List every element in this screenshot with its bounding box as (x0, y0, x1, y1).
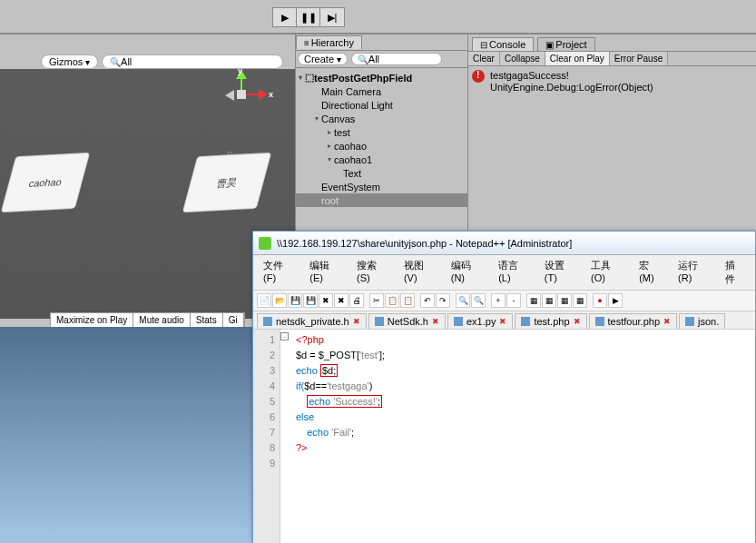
tool-icon[interactable]: ▦ (557, 293, 572, 308)
clear-button[interactable]: Clear (468, 52, 500, 65)
toolbar: 📄 📂 💾 💾 ✖ ✖ 🖨 ✂ 📋 📋 ↶ ↷ 🔍 🔍 + - ▦ ▦ ▦ ▦ … (253, 291, 755, 311)
error-icon (472, 70, 485, 83)
app-icon (259, 237, 271, 250)
file-tab[interactable]: ex1.py✖ (447, 313, 513, 329)
record-icon[interactable]: ● (593, 293, 607, 308)
menu-encoding[interactable]: 编码(N) (445, 257, 490, 288)
mute-toggle[interactable]: Mute audio (133, 313, 190, 327)
collapse-toggle[interactable]: Collapse (500, 52, 545, 65)
hierarchy-search[interactable]: 🔍All (351, 53, 442, 65)
console-message[interactable]: testgagaSuccess!UnityEngine.Debug:LogErr… (468, 66, 756, 97)
project-tab[interactable]: ▣ Project (537, 37, 594, 51)
hierarchy-item[interactable]: Text (296, 166, 467, 180)
create-dropdown[interactable]: Create ▾ (298, 53, 348, 65)
hierarchy-item[interactable]: Main Camera (296, 84, 467, 98)
scene-search[interactable]: 🔍All (102, 54, 283, 69)
saveall-icon[interactable]: 💾 (303, 293, 318, 308)
menu-macro[interactable]: 宏(M) (633, 257, 670, 288)
notepadpp-window: \\192.168.199.127\share\unityjson.php - … (252, 231, 756, 543)
find-icon[interactable]: 🔍 (456, 293, 470, 308)
new-icon[interactable]: 📄 (257, 293, 271, 308)
menu-settings[interactable]: 设置(T) (538, 257, 583, 288)
hierarchy-tree: ▾⬚ testPostGetPhpField Main Camera Direc… (296, 68, 467, 210)
menu-file[interactable]: 文件(F) (257, 257, 301, 288)
cut-icon[interactable]: ✂ (369, 293, 384, 308)
console-tab[interactable]: ⊟ Console (472, 37, 534, 51)
menu-edit[interactable]: 编辑(E) (303, 257, 349, 288)
gizmos-dropdown[interactable]: Gizmos ▾ (41, 54, 98, 69)
scene-view[interactable]: y x Persp caohao 曹昊 (0, 69, 295, 319)
file-tabs: netsdk_private.h✖ NetSdk.h✖ ex1.py✖ test… (253, 311, 755, 330)
playback-icon[interactable]: ▶ (608, 293, 623, 308)
clear-on-play-toggle[interactable]: Clear on Play (545, 52, 610, 65)
game-view (0, 327, 254, 543)
menu-search[interactable]: 搜索(S) (350, 257, 396, 288)
play-controls: ▶ ❚❚ ▶| (272, 7, 345, 27)
file-tab[interactable]: NetSdk.h✖ (368, 313, 446, 329)
scene-object-caohao[interactable]: caohao (2, 153, 89, 212)
menu-plugins[interactable]: 插件 (719, 257, 751, 288)
hierarchy-item[interactable]: Directional Light (296, 98, 467, 112)
menu-run[interactable]: 运行(R) (672, 257, 717, 288)
scene-footer: Maximize on Play Mute audio Stats Gi (50, 312, 245, 328)
close-icon[interactable]: ✖ (319, 293, 333, 308)
code-area[interactable]: - <?php $d = $_POST['test']; echo $d; if… (280, 330, 755, 543)
tool-icon[interactable]: ▦ (526, 293, 541, 308)
file-tab[interactable]: test.php✖ (515, 313, 586, 329)
gizmos-toggle[interactable]: Gi (223, 313, 244, 327)
step-button[interactable]: ▶| (320, 8, 344, 26)
scene-row[interactable]: ▾⬚ testPostGetPhpField (296, 71, 467, 84)
tool-icon[interactable]: ▦ (542, 293, 556, 308)
undo-icon[interactable]: ↶ (420, 293, 435, 308)
code-editor[interactable]: 123 456 789 - <?php $d = $_POST['test'];… (253, 330, 755, 543)
menu-bar: 文件(F) 编辑(E) 搜索(S) 视图(V) 编码(N) 语言(L) 设置(T… (253, 255, 755, 291)
open-icon[interactable]: 📂 (272, 293, 287, 308)
window-title: \\192.168.199.127\share\unityjson.php - … (277, 238, 572, 249)
hierarchy-item[interactable]: ▸caohao (296, 139, 467, 153)
print-icon[interactable]: 🖨 (349, 293, 364, 308)
menu-tools[interactable]: 工具(O) (584, 257, 631, 288)
line-numbers: 123 456 789 (253, 330, 280, 543)
window-titlebar[interactable]: \\192.168.199.127\share\unityjson.php - … (253, 232, 755, 255)
zoomout-icon[interactable]: - (506, 293, 521, 308)
save-icon[interactable]: 💾 (288, 293, 302, 308)
hierarchy-item[interactable]: EventSystem (296, 180, 467, 193)
closeall-icon[interactable]: ✖ (334, 293, 349, 308)
hierarchy-tab[interactable]: ≡ Hierarchy (296, 35, 362, 49)
replace-icon[interactable]: 🔍 (471, 293, 486, 308)
hierarchy-item-selected[interactable]: root (296, 193, 467, 207)
file-tab[interactable]: json. (679, 313, 725, 329)
menu-view[interactable]: 视图(V) (398, 257, 443, 288)
file-tab[interactable]: testfour.php✖ (589, 313, 678, 329)
play-button[interactable]: ▶ (273, 8, 297, 26)
redo-icon[interactable]: ↷ (436, 293, 450, 308)
file-tab[interactable]: netsdk_private.h✖ (257, 313, 367, 329)
hierarchy-item[interactable]: ▸test (296, 125, 467, 139)
copy-icon[interactable]: 📋 (385, 293, 399, 308)
hierarchy-item[interactable]: ▾Canvas (296, 112, 467, 125)
menu-language[interactable]: 语言(L) (492, 257, 536, 288)
maximize-toggle[interactable]: Maximize on Play (51, 313, 133, 327)
error-pause-toggle[interactable]: Error Pause (610, 52, 668, 65)
tool-icon[interactable]: ▦ (573, 293, 587, 308)
scene-object-caohao-cn[interactable]: 曹昊 (183, 153, 270, 212)
paste-icon[interactable]: 📋 (400, 293, 415, 308)
pause-button[interactable]: ❚❚ (297, 8, 320, 26)
zoomin-icon[interactable]: + (491, 293, 506, 308)
stats-toggle[interactable]: Stats (191, 313, 223, 327)
hierarchy-item[interactable]: ▾caohao1 (296, 153, 467, 166)
